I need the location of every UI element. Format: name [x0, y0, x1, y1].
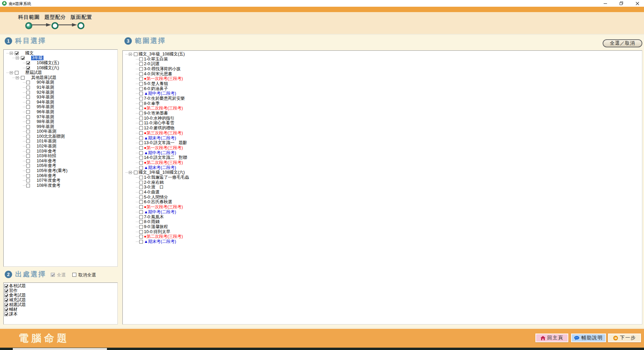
tree-checkbox[interactable]: [139, 230, 143, 234]
tree-checkbox[interactable]: [139, 205, 143, 209]
tree-node-label[interactable]: 93年基測: [37, 95, 54, 99]
tree-checkbox[interactable]: [26, 164, 30, 168]
tree-node-label[interactable]: 101年基測: [37, 139, 56, 143]
tree-checkbox[interactable]: [139, 141, 143, 145]
tree-node-label[interactable]: ●第一次段考(三段考): [144, 146, 183, 150]
taskbar-active-segment[interactable]: [13, 348, 107, 350]
tree-checkbox[interactable]: [134, 52, 138, 56]
tree-checkbox[interactable]: [26, 105, 30, 109]
source-checkbox[interactable]: [4, 289, 8, 293]
select-toggle-button[interactable]: 全選／取消: [603, 39, 642, 47]
tree-node-label[interactable]: ▲期末考(二段考): [144, 166, 176, 170]
tree-node-label[interactable]: 4-0:與宋元思書: [144, 72, 172, 76]
tree-node-label[interactable]: 3年級: [31, 56, 43, 60]
tree-checkbox[interactable]: [26, 110, 30, 114]
tree-node-label[interactable]: 3-0:渡 口: [144, 185, 164, 189]
tree-node-label[interactable]: 108國文(六): [37, 66, 59, 70]
tree-expander-icon[interactable]: [129, 171, 132, 174]
tree-checkbox[interactable]: [139, 161, 143, 165]
tree-expander-icon[interactable]: [10, 71, 13, 74]
home-button[interactable]: 回主頁: [535, 334, 568, 342]
tree-checkbox[interactable]: [139, 215, 143, 219]
tree-checkbox[interactable]: [139, 235, 143, 238]
tree-expander-icon[interactable]: [16, 76, 19, 79]
tree-node-label[interactable]: 100年基測: [37, 129, 56, 134]
tree-node-label[interactable]: 國文_3年級_108國文(五): [139, 52, 185, 56]
tree-node-label[interactable]: 歷屆試題: [25, 71, 42, 75]
tree-node-label[interactable]: 107年度會考: [37, 178, 61, 183]
tree-node-label[interactable]: ●第三次段考(三段考): [144, 131, 183, 135]
tree-node-label[interactable]: 國文: [25, 51, 34, 55]
tree-node-label[interactable]: 11-0:湖心亭看雪: [144, 121, 174, 125]
tree-checkbox[interactable]: [26, 154, 30, 158]
tree-checkbox[interactable]: [139, 181, 143, 184]
tree-node-label[interactable]: 10-0:水神的指引: [144, 116, 175, 121]
tree-checkbox[interactable]: [26, 135, 30, 138]
source-checkbox[interactable]: [4, 303, 8, 307]
tree-node-label[interactable]: ●第二次段考(三段考): [144, 234, 183, 239]
tree-checkbox[interactable]: [134, 171, 138, 174]
tree-expander-icon[interactable]: [16, 56, 19, 59]
tree-checkbox[interactable]: [26, 86, 30, 89]
next-step-button[interactable]: 下一步: [608, 334, 641, 342]
tree-checkbox[interactable]: [139, 117, 143, 120]
deselect-all-checkbox[interactable]: [72, 273, 76, 277]
restore-button[interactable]: [616, 0, 627, 7]
tree-checkbox[interactable]: [15, 71, 18, 75]
tree-expander-icon[interactable]: [10, 52, 13, 55]
tree-node-label[interactable]: ▲期中考(二段考): [144, 210, 176, 214]
tree-checkbox[interactable]: [26, 115, 30, 119]
tree-checkbox[interactable]: [139, 82, 143, 86]
taskbar-edge[interactable]: [0, 348, 644, 350]
tree-node-label[interactable]: 6-0:奶油鼻子: [144, 87, 168, 91]
tree-checkbox[interactable]: [139, 106, 143, 110]
tree-checkbox[interactable]: [139, 77, 143, 81]
tree-node-label[interactable]: 103年會考: [37, 149, 56, 154]
tree-node-label[interactable]: 3-0:尋找薄荷的小孩: [144, 67, 181, 71]
minimize-button[interactable]: [600, 0, 611, 7]
tree-node-label[interactable]: 國文_3年級_108國文(六): [139, 170, 185, 175]
tree-node-label[interactable]: 105年會考: [37, 164, 56, 168]
source-checkbox[interactable]: [4, 294, 8, 297]
tree-checkbox[interactable]: [139, 240, 143, 244]
tree-checkbox[interactable]: [139, 146, 143, 150]
tree-checkbox[interactable]: [139, 112, 143, 115]
tree-node-label[interactable]: ▲期末考(二段考): [144, 136, 176, 140]
tree-node-label[interactable]: 7-0:生於憂患死於安樂: [144, 96, 185, 101]
tree-checkbox[interactable]: [26, 144, 30, 148]
tree-checkbox[interactable]: [26, 139, 30, 143]
tree-node-label[interactable]: ▲期中考(二段考): [144, 91, 176, 96]
tree-expander-icon[interactable]: [129, 53, 132, 56]
tree-checkbox[interactable]: [26, 125, 30, 129]
source-checkbox[interactable]: [4, 284, 8, 288]
tree-checkbox[interactable]: [139, 190, 143, 194]
tree-node-label[interactable]: ●第一次段考(三段考): [144, 205, 183, 209]
tree-checkbox[interactable]: [26, 174, 30, 178]
tree-node-label[interactable]: 14-0:語文常識二 對聯: [144, 156, 187, 160]
tree-node-label[interactable]: 7-0:鳳凰木: [144, 215, 164, 219]
tree-checkbox[interactable]: [139, 67, 143, 71]
tree-checkbox[interactable]: [139, 97, 143, 100]
tree-node-label[interactable]: 1-0:翠玉白菜: [144, 57, 168, 61]
tree-checkbox[interactable]: [139, 72, 143, 76]
tree-node-label[interactable]: 105年會考(重考): [37, 169, 68, 173]
tree-node-label[interactable]: 106年會考: [37, 174, 56, 178]
tree-checkbox[interactable]: [139, 102, 143, 105]
tree-node-label[interactable]: 6-0:呂氏春秋選: [144, 200, 172, 204]
source-checkbox[interactable]: [4, 312, 8, 316]
tree-checkbox[interactable]: [139, 87, 143, 91]
tree-checkbox[interactable]: [26, 120, 30, 124]
tree-node-label[interactable]: 其他題庫試題: [31, 76, 56, 80]
tree-node-label[interactable]: 8-0:傘季: [144, 101, 160, 106]
tree-checkbox[interactable]: [139, 185, 143, 189]
tree-node-label[interactable]: 99年基測: [37, 125, 54, 129]
tree-node-label[interactable]: ●第二次段考(三段考): [144, 106, 183, 111]
tree-node-label[interactable]: 1-0:我邂逅了一條毛毛蟲: [144, 175, 189, 180]
tree-node-label[interactable]: 102年基測: [37, 144, 56, 148]
tree-checkbox[interactable]: [26, 149, 30, 153]
tree-node-label[interactable]: 100北北基聯測: [37, 134, 65, 139]
tree-checkbox[interactable]: [26, 159, 30, 163]
tree-node-label[interactable]: ▲期中考(二段考): [144, 151, 176, 155]
tree-node-label[interactable]: 91年基測: [37, 85, 54, 90]
tree-node-label[interactable]: 10-0:得到太早: [144, 230, 171, 234]
